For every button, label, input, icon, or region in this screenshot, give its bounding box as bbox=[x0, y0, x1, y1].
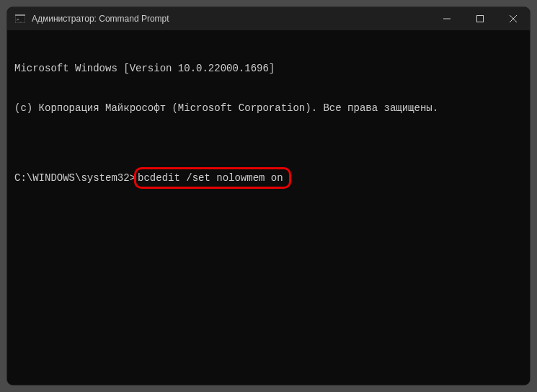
terminal-prompt-line: C:\WINDOWS\system32>bcdedit /set nolowme… bbox=[14, 167, 523, 189]
terminal-output-line: (c) Корпорация Майкрософт (Microsoft Cor… bbox=[14, 102, 523, 115]
minimize-button[interactable] bbox=[430, 7, 463, 30]
svg-text:>_: >_ bbox=[17, 17, 22, 22]
terminal-command: bcdedit /set nolowmem on bbox=[138, 172, 283, 184]
app-icon: >_ bbox=[14, 13, 26, 24]
svg-rect-1 bbox=[15, 14, 25, 16]
terminal-body[interactable]: Microsoft Windows [Version 10.0.22000.16… bbox=[7, 30, 530, 385]
window-title: Администратор: Command Prompt bbox=[32, 14, 430, 24]
maximize-button[interactable] bbox=[463, 7, 497, 30]
window-controls bbox=[430, 7, 530, 30]
close-button[interactable] bbox=[497, 7, 530, 30]
command-highlight: bcdedit /set nolowmem on bbox=[134, 167, 291, 189]
titlebar[interactable]: >_ Администратор: Command Prompt bbox=[7, 7, 530, 30]
svg-rect-4 bbox=[477, 16, 484, 22]
terminal-output-line: Microsoft Windows [Version 10.0.22000.16… bbox=[14, 62, 523, 75]
terminal-prompt: C:\WINDOWS\system32> bbox=[14, 172, 136, 184]
command-prompt-window: >_ Администратор: Command Prompt Microso… bbox=[7, 7, 530, 385]
